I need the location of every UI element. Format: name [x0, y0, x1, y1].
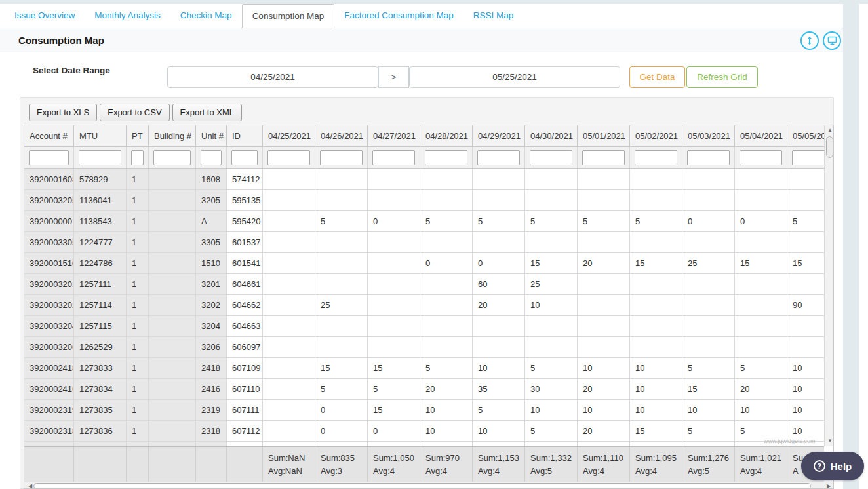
end-date-input[interactable]: 05/25/2021 [409, 66, 620, 88]
filter-input[interactable] [740, 150, 782, 165]
grid-cell[interactable]: 3920003202 [24, 295, 74, 316]
grid-cell[interactable]: 15 [368, 358, 420, 379]
grid-cell[interactable]: 1 [127, 400, 149, 421]
grid-cell[interactable]: 10 [525, 295, 578, 316]
grid-cell[interactable] [263, 169, 315, 190]
grid-cell[interactable]: 20 [473, 295, 525, 316]
grid-cell[interactable]: 5 [735, 358, 787, 379]
grid-cell[interactable] [682, 169, 735, 190]
filter-input[interactable] [477, 150, 520, 165]
grid-cell[interactable] [263, 400, 315, 421]
grid-cell[interactable]: 607111 [227, 400, 263, 421]
date-advance-button[interactable]: > [378, 66, 409, 88]
grid-cell[interactable] [578, 295, 630, 316]
grid-cell[interactable]: 1 [127, 211, 149, 232]
grid-cell[interactable]: 5 [473, 400, 525, 421]
grid-cell[interactable] [525, 232, 578, 253]
grid-cell[interactable]: 604663 [227, 316, 263, 337]
grid-cell[interactable] [149, 337, 196, 358]
grid-cell[interactable]: 5 [420, 358, 473, 379]
horizontal-scrollbar[interactable]: ◀ ▶ [24, 482, 834, 489]
filter-input[interactable] [687, 150, 730, 165]
grid-cell[interactable] [787, 169, 824, 190]
grid-cell[interactable]: 15 [315, 358, 368, 379]
grid-cell[interactable] [420, 190, 473, 211]
grid-cell[interactable] [525, 316, 578, 337]
grid-cell[interactable] [420, 232, 473, 253]
grid-cell[interactable] [787, 232, 824, 253]
grid-cell[interactable] [149, 190, 196, 211]
grid-cell[interactable] [578, 232, 630, 253]
grid-cell[interactable] [735, 232, 787, 253]
grid-cell[interactable]: 15 [368, 400, 420, 421]
column-header[interactable]: 04/29/2021 [473, 125, 525, 147]
scroll-down-icon[interactable]: ▼ [825, 438, 834, 444]
grid-cell[interactable]: 1136041 [74, 190, 127, 211]
grid-cell[interactable]: 607110 [227, 379, 263, 400]
grid-cell[interactable] [149, 211, 196, 232]
filter-input[interactable] [79, 150, 121, 165]
grid-cell[interactable] [149, 400, 196, 421]
horizontal-scroll-thumb[interactable] [33, 483, 811, 489]
grid-cell[interactable] [525, 169, 578, 190]
grid-cell[interactable]: 601541 [227, 253, 263, 274]
grid-cell[interactable] [368, 232, 420, 253]
grid-cell[interactable] [630, 190, 682, 211]
grid-cell[interactable] [420, 316, 473, 337]
grid-cell[interactable]: 3202 [196, 295, 227, 316]
grid-cell[interactable]: 2418 [196, 358, 227, 379]
grid-cell[interactable]: 25 [682, 253, 735, 274]
grid-cell[interactable] [368, 316, 420, 337]
grid-cell[interactable]: 0 [315, 421, 368, 442]
filter-input[interactable] [201, 150, 222, 165]
grid-cell[interactable]: 1 [127, 274, 149, 295]
grid-cell[interactable]: 30 [525, 379, 578, 400]
grid-cell[interactable]: 595135 [227, 190, 263, 211]
vertical-scrollbar[interactable]: ▲ ▼ [824, 125, 834, 446]
grid-cell[interactable]: 3206 [196, 337, 227, 358]
grid-cell[interactable] [682, 337, 735, 358]
grid-cell[interactable]: 0 [578, 442, 630, 446]
filter-input[interactable] [29, 150, 69, 165]
column-header[interactable]: 04/26/2021 [315, 125, 368, 147]
grid-cell[interactable] [787, 337, 824, 358]
grid-cell[interactable]: 5 [525, 442, 578, 446]
grid-cell[interactable]: 10 [735, 400, 787, 421]
grid-cell[interactable]: 1 [127, 232, 149, 253]
grid-cell[interactable] [149, 442, 196, 446]
column-header[interactable]: Building # [149, 125, 196, 147]
grid-cell[interactable]: 10 [630, 400, 682, 421]
grid-cell[interactable]: 0 [368, 211, 420, 232]
grid-cell[interactable] [473, 232, 525, 253]
grid-cell[interactable]: 25 [315, 295, 368, 316]
grid-cell[interactable]: 3920003204 [24, 316, 74, 337]
tab-rssi-map[interactable]: RSSI Map [464, 4, 524, 28]
grid-cell[interactable] [735, 295, 787, 316]
grid-cell[interactable] [578, 274, 630, 295]
filter-input[interactable] [792, 150, 824, 165]
grid-cell[interactable]: 1273833 [74, 358, 127, 379]
grid-cell[interactable]: 10 [578, 400, 630, 421]
grid-cell[interactable]: 3205 [196, 190, 227, 211]
column-header[interactable]: 04/28/2021 [420, 125, 473, 147]
column-header[interactable]: 04/25/2021 [263, 125, 315, 147]
grid-cell[interactable]: 0 [420, 253, 473, 274]
filter-input[interactable] [153, 150, 191, 165]
grid-cell[interactable]: 574112 [227, 169, 263, 190]
grid-cell[interactable] [787, 190, 824, 211]
grid-cell[interactable] [735, 274, 787, 295]
grid-cell[interactable]: 3204 [196, 316, 227, 337]
tab-issue-overview[interactable]: Issue Overview [5, 4, 85, 28]
grid-cell[interactable] [315, 190, 368, 211]
get-data-button[interactable]: Get Data [629, 66, 685, 88]
grid-cell[interactable] [149, 379, 196, 400]
grid-cell[interactable] [315, 274, 368, 295]
grid-cell[interactable]: 1 [127, 337, 149, 358]
column-header[interactable]: 05/01/2021 [578, 125, 630, 147]
grid-cell[interactable]: 15 [787, 253, 824, 274]
grid-cell[interactable]: 10 [787, 379, 824, 400]
grid-cell[interactable] [630, 295, 682, 316]
grid-cell[interactable]: 20 [420, 379, 473, 400]
grid-cell[interactable]: 15 [630, 421, 682, 442]
grid-cell[interactable]: 3920002347 [24, 442, 74, 446]
